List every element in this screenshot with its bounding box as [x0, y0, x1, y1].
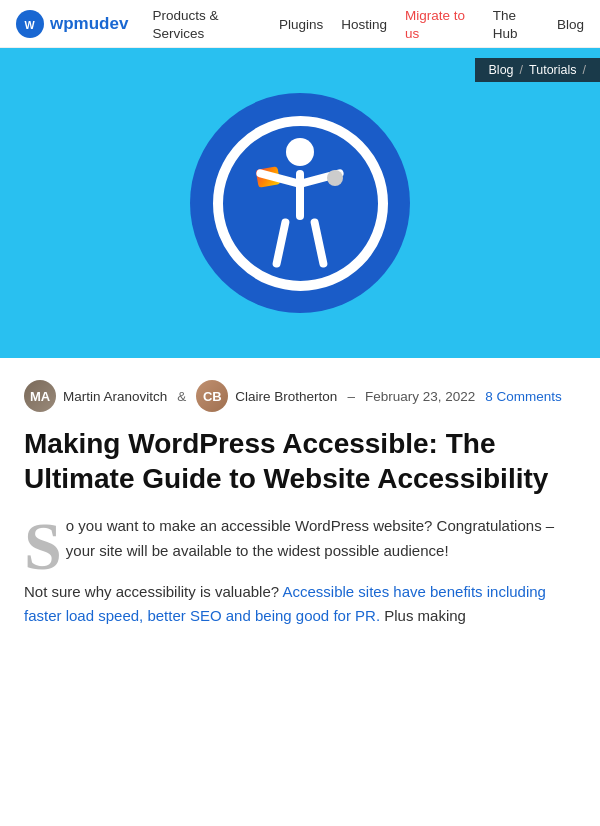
nav-link-hub[interactable]: The Hub [493, 8, 518, 41]
logo-link[interactable]: W wpmudev [16, 10, 128, 38]
normal-paragraph: Not sure why accessibility is valuable? … [24, 580, 576, 630]
nav-link-hosting[interactable]: Hosting [341, 17, 387, 32]
breadcrumb: Blog / Tutorials / [475, 58, 600, 82]
figure-leg-left [272, 218, 290, 269]
nav-link-blog[interactable]: Blog [557, 17, 584, 32]
breadcrumb-sep-2: / [583, 63, 586, 77]
para-suffix: Plus making [380, 607, 466, 624]
avatar-claire: CB [196, 380, 228, 412]
nav-item-hosting[interactable]: Hosting [341, 15, 387, 33]
logo-icon: W [16, 10, 44, 38]
hero-banner: Blog / Tutorials / [0, 48, 600, 358]
para-prefix: Not sure why accessibility is valuable? [24, 583, 282, 600]
hero-illustration [190, 93, 410, 313]
breadcrumb-tutorials[interactable]: Tutorials [529, 63, 576, 77]
author-separator: & [177, 389, 186, 404]
logo-text: wpmudev [50, 14, 128, 34]
nav-links: Products & Services Plugins Hosting Migr… [152, 6, 584, 42]
article-title: Making WordPress Accessible: The Ultimat… [24, 426, 576, 496]
date-separator: – [347, 389, 355, 404]
nav-item-blog[interactable]: Blog [557, 15, 584, 33]
nav-item-products[interactable]: Products & Services [152, 6, 261, 42]
author-martin: MA Martin Aranovitch [24, 380, 167, 412]
comments-link[interactable]: 8 Comments [485, 389, 562, 404]
avatar-martin: MA [24, 380, 56, 412]
hero-circle-inner [213, 116, 388, 291]
nav-item-migrate[interactable]: Migrate to us [405, 6, 475, 42]
figure-head [286, 138, 314, 166]
nav-link-plugins[interactable]: Plugins [279, 17, 323, 32]
author-row: MA Martin Aranovitch & CB Claire Brother… [24, 380, 576, 412]
nav-item-plugins[interactable]: Plugins [279, 15, 323, 33]
nav-item-hub[interactable]: The Hub [493, 6, 539, 42]
article-date: February 23, 2022 [365, 389, 475, 404]
author-claire-name: Claire Brotherton [235, 389, 337, 404]
breadcrumb-sep: / [520, 63, 523, 77]
breadcrumb-blog[interactable]: Blog [489, 63, 514, 77]
accessibility-figure [255, 138, 345, 268]
nav-link-migrate[interactable]: Migrate to us [405, 8, 465, 41]
article-content: MA Martin Aranovitch & CB Claire Brother… [0, 358, 600, 649]
author-martin-name: Martin Aranovitch [63, 389, 167, 404]
nav-bar: W wpmudev Products & Services Plugins Ho… [0, 0, 600, 48]
author-claire: CB Claire Brotherton [196, 380, 337, 412]
figure-body [296, 170, 304, 220]
dropcap-text: o you want to make an accessible WordPre… [66, 517, 554, 559]
nav-link-products[interactable]: Products & Services [152, 8, 218, 41]
dropcap-letter: S [24, 520, 62, 573]
dropcap-paragraph: So you want to make an accessible WordPr… [24, 514, 576, 564]
figure-leg-right [310, 218, 328, 269]
figure-deco-right [327, 170, 343, 186]
